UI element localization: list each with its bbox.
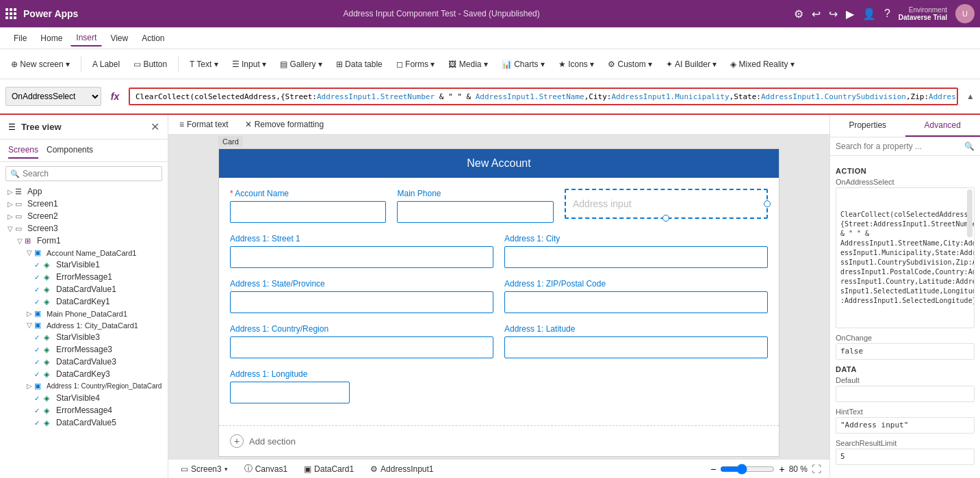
- waffle-icon[interactable]: [5, 8, 16, 19]
- tree-view-hamburger[interactable]: ☰: [8, 122, 16, 132]
- formula-collapse-button[interactable]: ▲: [966, 92, 975, 101]
- tree-item-city-dc1[interactable]: ▽ ▣ Address 1: City_DataCard1: [0, 319, 168, 331]
- tree-label-dv5: DataCardValue5: [56, 418, 116, 427]
- tree-item-screen3[interactable]: ▽ ▭ Screen3: [0, 222, 168, 235]
- zoom-in-icon[interactable]: +: [779, 464, 784, 475]
- tree-item-country-dc1[interactable]: ▷ ▣ Address 1: Country/Region_DataCard: [0, 380, 168, 392]
- redo-icon[interactable]: ↪: [829, 8, 838, 21]
- field-label-zip: Address 1: ZIP/Postal Code: [504, 279, 768, 289]
- tree-item-dv5[interactable]: ✓ ◈ DataCardValue5: [0, 416, 168, 429]
- menu-home[interactable]: Home: [35, 31, 68, 46]
- help-icon[interactable]: ?: [884, 8, 890, 20]
- starvis3-icon: ◈: [44, 333, 55, 342]
- prop-value-onaddressselect[interactable]: ClearCollect(colSelectedAddress,{Street:…: [836, 187, 975, 328]
- custom-button[interactable]: ⚙ Custom ▾: [602, 57, 658, 72]
- prop-label-default: Default: [836, 376, 975, 384]
- text-button[interactable]: T Text ▾: [184, 57, 224, 72]
- resize-handle-right[interactable]: [764, 200, 771, 207]
- field-input-main-phone[interactable]: [397, 201, 553, 223]
- button-button[interactable]: ▭ Button: [128, 57, 172, 72]
- tree-item-starvis1[interactable]: ✓ ◈ StarVisible1: [0, 258, 168, 271]
- tree-item-screen2[interactable]: ▷ ▭ Screen2: [0, 210, 168, 222]
- bottom-tab-canvas1[interactable]: ⓘ Canvas1: [240, 462, 292, 476]
- prop-value-hinttext[interactable]: "Address input": [836, 417, 975, 434]
- field-zip: Address 1: ZIP/Postal Code: [504, 279, 768, 313]
- tree-item-errmsg1[interactable]: ✓ ◈ ErrorMessage1: [0, 271, 168, 283]
- field-input-city[interactable]: [504, 246, 768, 268]
- address-input-box[interactable]: Address input: [565, 189, 768, 219]
- data-table-button[interactable]: ⊞ Data table: [331, 57, 388, 72]
- zoom-out-icon[interactable]: −: [710, 464, 716, 475]
- field-input-zip[interactable]: [504, 291, 768, 313]
- format-text-button[interactable]: ≡ Format text: [174, 118, 234, 131]
- check-icon-starvis3: ✓: [34, 334, 44, 341]
- canvas-scroll[interactable]: Card New Account Account Name: [168, 135, 829, 459]
- icons-button[interactable]: ★ Icons ▾: [553, 57, 599, 72]
- formula-content[interactable]: ClearCollect(colSelectedAddress,{Street:…: [129, 88, 958, 105]
- remove-formatting-button[interactable]: ✕ Remove formatting: [240, 118, 329, 131]
- bottom-tab-addressinput1[interactable]: ⚙ AddressInput1: [366, 463, 437, 475]
- add-section[interactable]: + Add section: [219, 425, 779, 456]
- input-button[interactable]: ☰ Input ▾: [227, 57, 272, 72]
- tree-item-acct-dc1[interactable]: ▽ ▣ Account Name_DataCard1: [0, 247, 168, 258]
- tree-item-mainph-dc1[interactable]: ▷ ▣ Main Phone_DataCard1: [0, 308, 168, 319]
- tab-screens[interactable]: Screens: [8, 142, 38, 159]
- tree-item-errmsg4[interactable]: ✓ ◈ ErrorMessage4: [0, 404, 168, 416]
- forms-button[interactable]: ◻ Forms ▾: [391, 57, 441, 72]
- bottom-tab-datacard1[interactable]: ▣ DataCard1: [300, 463, 358, 475]
- tab-components[interactable]: Components: [47, 142, 93, 159]
- field-input-country[interactable]: [230, 336, 493, 358]
- tree-item-dk1[interactable]: ✓ ◈ DataCardKey1: [0, 295, 168, 308]
- menu-file[interactable]: File: [8, 31, 32, 46]
- prop-value-default[interactable]: [836, 386, 975, 402]
- tree-item-starvis3[interactable]: ✓ ◈ StarVisible3: [0, 331, 168, 343]
- gallery-button[interactable]: ▤ Gallery ▾: [274, 57, 328, 72]
- property-search-input[interactable]: [836, 142, 964, 151]
- ai-builder-button[interactable]: ✦ AI Builder ▾: [660, 57, 722, 72]
- tree-item-dk3[interactable]: ✓ ◈ DataCardKey3: [0, 368, 168, 380]
- user-icon[interactable]: 👤: [862, 8, 876, 21]
- prop-value-searchresultlimit[interactable]: 5: [836, 449, 975, 465]
- media-button[interactable]: 🖼 Media ▾: [443, 57, 493, 72]
- scrollbar-action[interactable]: [967, 189, 972, 237]
- search-input[interactable]: [23, 169, 157, 178]
- add-section-icon: +: [230, 434, 244, 448]
- tree-item-form1[interactable]: ▽ ⊞ Form1: [0, 235, 168, 247]
- label-button[interactable]: A Label: [87, 57, 125, 72]
- app-logo[interactable]: Power Apps: [5, 8, 78, 19]
- charts-button[interactable]: 📊 Charts ▾: [496, 57, 550, 72]
- field-input-latitude[interactable]: [504, 336, 768, 358]
- bottom-tab-screen3[interactable]: ▭ Screen3 ▾: [177, 463, 232, 475]
- panel-close-button[interactable]: ✕: [151, 120, 159, 133]
- right-tab-properties[interactable]: Properties: [830, 115, 905, 137]
- tree-item-screen1[interactable]: ▷ ▭ Screen1: [0, 198, 168, 210]
- fullscreen-button[interactable]: ⛶: [812, 464, 821, 475]
- field-label-street1: Address 1: Street 1: [230, 234, 493, 243]
- tree-item-starvis4[interactable]: ✓ ◈ StarVisible4: [0, 392, 168, 404]
- field-input-longitude[interactable]: [230, 382, 350, 403]
- field-input-state[interactable]: [230, 291, 493, 313]
- user-avatar[interactable]: U: [955, 4, 975, 23]
- new-screen-button[interactable]: ⊕ New screen ▾: [5, 57, 75, 72]
- remove-formatting-icon: ✕: [245, 120, 252, 129]
- right-tab-advanced[interactable]: Advanced: [905, 115, 981, 137]
- tree-item-dv1[interactable]: ✓ ◈ DataCardValue1: [0, 283, 168, 295]
- play-icon[interactable]: ▶: [846, 8, 854, 21]
- settings-icon[interactable]: ⚙: [794, 8, 803, 21]
- undo-icon[interactable]: ↩: [812, 8, 821, 21]
- menu-view[interactable]: View: [105, 31, 133, 46]
- resize-handle-bottom[interactable]: [662, 215, 669, 222]
- field-input-street1[interactable]: [230, 246, 493, 268]
- tree-item-app[interactable]: ▷ ☰ App: [0, 185, 168, 198]
- mixed-reality-button[interactable]: ◈ Mixed Reality ▾: [725, 57, 800, 72]
- formula-selector[interactable]: OnAddressSelect: [5, 87, 101, 106]
- add-section-label: Add section: [249, 436, 296, 447]
- field-main-phone: Main Phone: [397, 189, 553, 223]
- tree-item-errmsg3[interactable]: ✓ ◈ ErrorMessage3: [0, 343, 168, 356]
- menu-action[interactable]: Action: [136, 31, 170, 46]
- prop-value-onchange[interactable]: false: [836, 343, 975, 360]
- menu-insert[interactable]: Insert: [70, 30, 102, 47]
- tree-item-dv3[interactable]: ✓ ◈ DataCardValue3: [0, 356, 168, 368]
- field-input-account-name[interactable]: [230, 201, 386, 223]
- zoom-slider[interactable]: [720, 464, 775, 475]
